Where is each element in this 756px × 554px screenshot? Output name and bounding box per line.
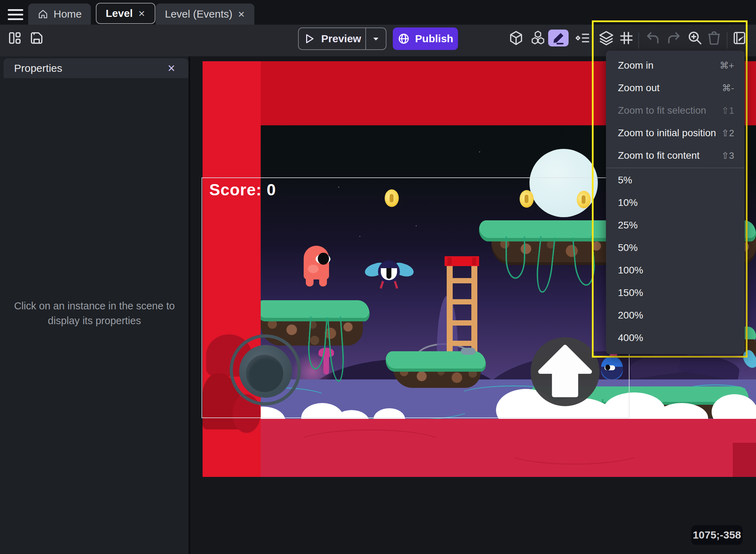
menu-item-zoom-initial-position[interactable]: Zoom to initial position ⇧2 bbox=[606, 122, 745, 144]
camera-frame-rectangle bbox=[202, 177, 630, 418]
undo-button[interactable] bbox=[644, 30, 661, 46]
preview-button[interactable]: Preview bbox=[298, 27, 386, 50]
properties-panel-header: Properties × bbox=[4, 58, 188, 78]
zoom-level-label: 10% bbox=[618, 197, 638, 208]
edit-tool-button-selected[interactable] bbox=[548, 30, 569, 46]
zoom-level-label: 25% bbox=[618, 220, 638, 231]
zoom-level-label: 100% bbox=[618, 265, 643, 276]
properties-empty-hint: Click on an instance in the scene to dis… bbox=[10, 298, 179, 328]
zoom-level-label: 200% bbox=[618, 310, 643, 321]
tab-home[interactable]: Home bbox=[28, 4, 91, 25]
gdevelop-window: Home Level × Level (Events) × Preview bbox=[0, 0, 756, 554]
menu-item-shortcut: ⌘- bbox=[722, 83, 734, 94]
menu-item-label: Zoom to initial position bbox=[618, 127, 716, 139]
preview-label: Preview bbox=[321, 33, 361, 45]
red-band-swirl bbox=[296, 429, 444, 458]
layers-panel-button[interactable] bbox=[598, 30, 615, 46]
cursor-coordinates-badge: 1075;-358 bbox=[691, 525, 743, 545]
red-bottom-band[interactable] bbox=[203, 419, 756, 477]
redo-button[interactable] bbox=[665, 30, 682, 46]
tab-label: Level bbox=[106, 7, 133, 19]
3d-box-button[interactable] bbox=[508, 30, 525, 46]
menu-item-shortcut: ⇧2 bbox=[721, 128, 734, 139]
menu-item-label: Zoom to fit selection bbox=[618, 105, 706, 116]
home-icon bbox=[37, 8, 49, 20]
menu-item-label: Zoom out bbox=[618, 82, 659, 94]
scene-properties-button[interactable] bbox=[732, 30, 747, 46]
close-tab-icon[interactable]: × bbox=[138, 8, 146, 19]
menu-item-shortcut: ⌘+ bbox=[720, 60, 734, 71]
menu-item-zoom-5[interactable]: 5% bbox=[606, 169, 745, 191]
tab-bar: Home Level × Level (Events) × bbox=[0, 0, 756, 25]
score-hud-text[interactable]: Score: 0 bbox=[209, 180, 276, 199]
red-band-swirl bbox=[507, 440, 641, 465]
properties-panel: Properties × Click on an instance in the… bbox=[0, 56, 188, 554]
preview-options-dropdown[interactable] bbox=[365, 28, 386, 49]
publish-label: Publish bbox=[415, 33, 453, 45]
zoom-level-label: 50% bbox=[618, 242, 638, 253]
zoom-level-label: 400% bbox=[618, 332, 643, 344]
hamburger-bar bbox=[8, 18, 23, 20]
menu-item-zoom-400[interactable]: 400% bbox=[606, 327, 745, 349]
menu-item-zoom-in[interactable]: Zoom in ⌘+ bbox=[606, 54, 745, 77]
delete-button[interactable] bbox=[706, 30, 723, 46]
panel-title: Properties bbox=[14, 62, 62, 74]
hamburger-bar bbox=[8, 14, 23, 15]
menu-item-label: Zoom to fit content bbox=[618, 150, 700, 161]
menu-item-zoom-10[interactable]: 10% bbox=[606, 191, 745, 214]
close-icon[interactable]: × bbox=[168, 61, 175, 76]
red-band-dark-corner bbox=[733, 443, 756, 477]
menu-item-zoom-50[interactable]: 50% bbox=[606, 237, 745, 259]
tab-label: Home bbox=[54, 8, 82, 20]
zoom-menu-button[interactable] bbox=[687, 30, 704, 46]
toggle-panels-button[interactable] bbox=[6, 30, 23, 46]
menu-item-zoom-150[interactable]: 150% bbox=[606, 282, 745, 304]
zoom-level-label: 5% bbox=[618, 175, 632, 186]
menu-item-zoom-out[interactable]: Zoom out ⌘- bbox=[606, 77, 745, 99]
save-button[interactable] bbox=[28, 30, 45, 46]
tab-label: Level (Events) bbox=[165, 8, 233, 20]
menu-item-label: Zoom in bbox=[618, 60, 653, 71]
hamburger-bar bbox=[8, 9, 23, 11]
chevron-down-icon bbox=[371, 33, 381, 44]
menu-item-shortcut: ⇧1 bbox=[721, 105, 734, 116]
play-icon bbox=[303, 32, 316, 45]
main-menu-hamburger-icon[interactable] bbox=[8, 9, 23, 20]
tab-level[interactable]: Level × bbox=[96, 3, 155, 24]
menu-item-zoom-fit-selection: Zoom to fit selection ⇧1 bbox=[606, 99, 745, 122]
publish-button[interactable]: Publish bbox=[393, 27, 458, 50]
tab-level-events[interactable]: Level (Events) × bbox=[156, 4, 254, 25]
toolbar-separator bbox=[727, 32, 727, 49]
toolbar-separator bbox=[638, 32, 639, 49]
menu-item-zoom-fit-content[interactable]: Zoom to fit content ⇧3 bbox=[606, 144, 745, 167]
close-tab-icon[interactable]: × bbox=[237, 8, 246, 20]
zoom-dropdown-menu: Zoom in ⌘+ Zoom out ⌘- Zoom to fit selec… bbox=[606, 51, 745, 354]
menu-divider bbox=[606, 168, 745, 168]
zoom-level-label: 150% bbox=[618, 287, 643, 298]
grid-options-button[interactable] bbox=[618, 30, 635, 46]
menu-item-shortcut: ⇧3 bbox=[721, 150, 734, 161]
menu-item-zoom-200[interactable]: 200% bbox=[606, 304, 745, 327]
menu-item-zoom-25[interactable]: 25% bbox=[606, 214, 745, 237]
objects-panel-button[interactable] bbox=[529, 30, 546, 46]
globe-icon bbox=[397, 32, 410, 45]
menu-item-zoom-100[interactable]: 100% bbox=[606, 259, 745, 282]
instances-list-button[interactable] bbox=[574, 30, 591, 46]
